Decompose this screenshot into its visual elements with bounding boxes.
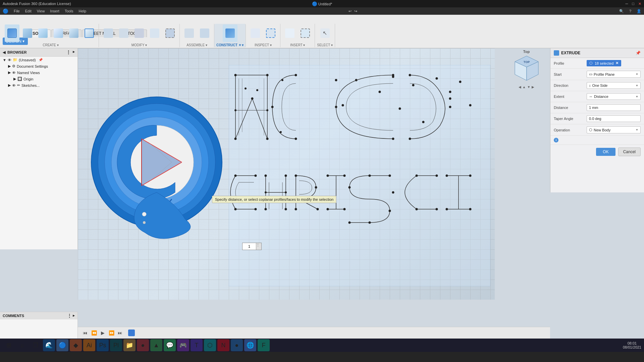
help-icon[interactable]: ? — [629, 9, 631, 13]
browser-item-unsaved[interactable]: ▼ 👁 📁 (Unsaved) 📌 — [0, 57, 77, 63]
menu-help[interactable]: Help — [79, 9, 87, 13]
nav-up-icon[interactable]: ▲ — [523, 85, 526, 89]
create-more-btn[interactable] — [82, 24, 97, 42]
play-prev-btn[interactable]: ⏪ — [91, 329, 97, 336]
eye-icon[interactable]: 👁 — [8, 58, 11, 62]
browser-item-doc-settings[interactable]: ▶ ⚙ Document Settings — [0, 63, 77, 69]
info-icon[interactable]: i — [554, 138, 558, 142]
extent-value[interactable]: ↔ Distance ▼ — [587, 93, 641, 100]
restore-btn[interactable]: □ — [632, 2, 634, 6]
create-new-component-btn[interactable] — [5, 24, 19, 42]
svg-point-80 — [449, 91, 451, 93]
create-loft-btn[interactable] — [66, 24, 81, 42]
taper-angle-row: Taper Angle 0.0 deg — [550, 113, 644, 124]
nav-cube[interactable]: TOP — [512, 54, 542, 84]
menu-file[interactable]: File — [14, 9, 20, 13]
assemble-new-btn[interactable] — [182, 24, 197, 42]
distance-value[interactable]: 1 mm — [587, 104, 641, 111]
browser-item-named-views[interactable]: ▶ 👁 Named Views — [0, 69, 77, 76]
browser-item-origin[interactable]: ▶ 🔲 Origin — [0, 76, 77, 82]
whatsapp-icon[interactable]: 💬 — [164, 339, 176, 351]
play-prev-start-btn[interactable]: ⏮ — [82, 329, 89, 336]
modify-chamfer-btn[interactable] — [132, 24, 147, 42]
close-btn[interactable]: ✕ — [638, 2, 641, 6]
nav-arrows[interactable]: ◀ ▲ ▼ ▶ — [505, 85, 547, 89]
illustrator-icon[interactable]: Ai — [83, 339, 95, 351]
direction-value[interactable]: ↕ One Side ▼ — [587, 82, 641, 89]
timeline-icon[interactable] — [128, 329, 135, 336]
chrome-icon[interactable]: 🌐 — [244, 339, 256, 351]
profile-clear-btn[interactable]: ✕ — [615, 61, 619, 65]
modify-fillet-btn[interactable] — [116, 24, 131, 42]
comments-options-icon[interactable]: ⋮ — [67, 313, 71, 318]
redo-btn[interactable]: ↪ — [354, 9, 357, 13]
panel-pin-icon[interactable]: 📌 — [636, 51, 641, 55]
account-icon[interactable]: 👤 — [637, 9, 641, 13]
nav-right-icon[interactable]: ▶ — [532, 85, 534, 89]
start-value[interactable]: ▭ Profile Plane ▼ — [587, 71, 641, 78]
play-btn[interactable]: ▶ — [99, 329, 106, 336]
menu-edit[interactable]: Edit — [25, 9, 32, 13]
eye-icon2[interactable]: 👁 — [12, 83, 16, 87]
nav-down-icon[interactable]: ▼ — [527, 85, 531, 89]
inspect-more-btn[interactable] — [263, 24, 278, 42]
browser-collapse-icon[interactable]: ▸ — [73, 50, 75, 55]
netflix-icon[interactable]: N — [217, 339, 229, 351]
distance-input-box[interactable]: 1 ⋮ — [242, 243, 262, 250]
inspect-measure-btn[interactable] — [248, 24, 263, 42]
ok-button[interactable]: OK — [596, 148, 615, 156]
minimize-btn[interactable]: ─ — [626, 2, 628, 6]
edge-browser-icon[interactable]: 🌊 — [43, 339, 55, 351]
orange-app-icon[interactable]: ◆ — [70, 339, 82, 351]
menu-tools[interactable]: Tools — [65, 9, 73, 13]
select-btn[interactable]: ↖ — [318, 24, 332, 42]
viewport[interactable]: Specify distance, or select coplanar pro… — [78, 48, 495, 300]
insert-mcmaster-btn[interactable] — [282, 24, 297, 42]
create-sweep-btn[interactable] — [51, 24, 66, 42]
photoshop-icon[interactable]: Ps — [97, 339, 109, 351]
nav-left-icon[interactable]: ◀ — [519, 85, 521, 89]
modify-scale-btn[interactable] — [163, 24, 177, 42]
modify-shell-btn[interactable] — [147, 24, 162, 42]
input-expand-btn[interactable]: ⋮ — [256, 243, 261, 250]
nav-cube-container[interactable]: Top TOP ◀ ▲ ▼ ▶ — [505, 50, 547, 89]
task-view-btn[interactable]: ❐ — [30, 339, 42, 351]
browser-item-sketches[interactable]: ▶ 👁 ✏ Sketches... — [0, 82, 77, 88]
browser-options-icon[interactable]: ⋮ — [66, 50, 71, 55]
search-taskbar-btn[interactable]: ⌕ — [16, 339, 28, 351]
blue-app-icon[interactable]: ● — [231, 339, 243, 351]
play-end-btn[interactable]: ⏭ — [117, 329, 123, 336]
menu-insert[interactable]: Insert — [50, 9, 59, 13]
file-explorer-icon[interactable]: 📁 — [123, 339, 136, 351]
assemble-joint-btn[interactable] — [197, 24, 212, 42]
modify-press-pull-btn[interactable] — [101, 24, 116, 42]
play-next-btn[interactable]: ⏩ — [108, 329, 115, 336]
fusion-360-icon[interactable]: 🔵 — [56, 339, 68, 351]
undo-btn[interactable]: ↩ — [348, 9, 352, 13]
create-extrude-btn[interactable] — [20, 24, 35, 42]
collapse-browser-icon[interactable]: ◀ — [3, 50, 5, 55]
start-dropdown-arrow: ▼ — [636, 73, 638, 76]
cyan-app-icon[interactable]: ⬡ — [204, 339, 216, 351]
create-revolve-btn[interactable] — [36, 24, 50, 42]
red-app-icon[interactable]: ● — [137, 339, 149, 351]
taper-angle-value[interactable]: 0.0 deg — [587, 115, 641, 122]
svg-text:TOP: TOP — [523, 60, 529, 64]
comments-expand-icon[interactable]: ▸ — [73, 313, 75, 318]
svg-point-77 — [409, 74, 411, 76]
distance-input-field[interactable]: 1 — [243, 244, 256, 249]
construct-active-btn[interactable] — [223, 24, 237, 42]
green-app-icon[interactable]: ▲ — [150, 339, 162, 351]
figma-icon[interactable]: F — [258, 339, 270, 351]
purple-app-icon[interactable]: 🎮 — [177, 339, 189, 351]
insert-more-btn[interactable] — [298, 24, 313, 42]
teams-icon[interactable]: T — [191, 339, 203, 351]
start-btn[interactable]: ⊞ — [3, 339, 15, 351]
pin-icon[interactable]: 📌 — [39, 58, 43, 62]
prelude-icon[interactable]: Pl — [110, 339, 122, 351]
menu-view[interactable]: View — [37, 9, 45, 13]
profile-value[interactable]: ⬡ 18 selected ✕ — [587, 60, 621, 66]
cancel-button[interactable]: Cancel — [618, 147, 641, 156]
operation-value[interactable]: ⬡ New Body ▼ — [587, 126, 641, 133]
search-icon[interactable]: 🔍 — [619, 9, 624, 13]
